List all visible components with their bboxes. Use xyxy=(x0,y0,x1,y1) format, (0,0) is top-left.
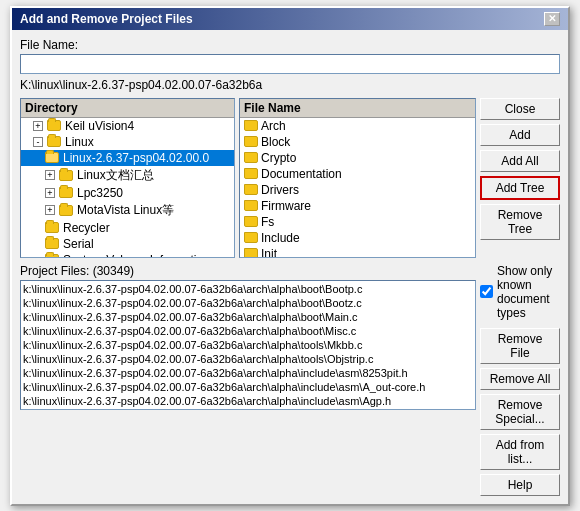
list-item[interactable]: k:\linux\linux-2.6.37-psp04.02.00.07-6a3… xyxy=(23,324,473,338)
directory-panel[interactable]: Directory + Keil uVision4 - Linux Linux-… xyxy=(20,98,235,258)
list-item[interactable]: k:\linux\linux-2.6.37-psp04.02.00.07-6a3… xyxy=(23,338,473,352)
dir-icon-fs xyxy=(244,216,258,227)
path-text: K:\linux\linux-2.6.37-psp04.02.00.07-6a3… xyxy=(20,78,560,92)
file-name-input[interactable] xyxy=(20,54,560,74)
tree-label-serial: Serial xyxy=(63,237,94,251)
list-item[interactable]: k:\linux\linux-2.6.37-psp04.02.00.07-6a3… xyxy=(23,380,473,394)
add-tree-button[interactable]: Add Tree xyxy=(480,176,560,200)
file-name-header: File Name xyxy=(240,99,475,118)
show-known-label: Show only known document types xyxy=(497,264,560,320)
remove-file-button[interactable]: Remove File xyxy=(480,328,560,364)
tree-label-linux-docs: Linux文档汇总 xyxy=(77,167,154,184)
list-item[interactable]: k:\linux\linux-2.6.37-psp04.02.00.07-6a3… xyxy=(23,296,473,310)
file-label-init: Init xyxy=(261,247,277,258)
list-item[interactable]: k:\linux\linux-2.6.37-psp04.02.00.07-6a3… xyxy=(23,394,473,408)
folder-icon-linux-docs xyxy=(59,170,73,181)
file-label-documentation: Documentation xyxy=(261,167,342,181)
folder-icon-keil xyxy=(47,120,61,131)
tree-label-keil: Keil uVision4 xyxy=(65,119,134,133)
dialog-title: Add and Remove Project Files xyxy=(20,12,193,26)
buttons-col: Close Add Add All Add Tree Remove Tree xyxy=(480,98,560,258)
file-label-firmware: Firmware xyxy=(261,199,311,213)
folder-icon-motavista xyxy=(59,205,73,216)
file-name-label: File Name: xyxy=(20,38,560,52)
tree-item-linux-2637[interactable]: Linux-2.6.37-psp04.02.00.0 xyxy=(21,150,234,166)
tree-item-motavista[interactable]: + MotaVista Linux等 xyxy=(21,201,234,220)
file-item-block[interactable]: Block xyxy=(240,134,475,150)
project-files-header: Project Files: (30349) xyxy=(20,264,476,278)
help-button[interactable]: Help xyxy=(480,474,560,496)
list-item[interactable]: k:\linux\linux-2.6.37-psp04.02.00.07-6a3… xyxy=(23,352,473,366)
list-item[interactable]: k:\linux\linux-2.6.37-psp04.02.00.07-6a3… xyxy=(23,282,473,296)
file-name-panel[interactable]: File Name Arch Block Crypto Documentatio… xyxy=(239,98,476,258)
project-files-list[interactable]: k:\linux\linux-2.6.37-psp04.02.00.07-6a3… xyxy=(20,280,476,410)
expander-lpc3250[interactable]: + xyxy=(45,188,55,198)
file-label-drivers: Drivers xyxy=(261,183,299,197)
tree-item-system-vol[interactable]: System Volume Information xyxy=(21,252,234,258)
file-label-fs: Fs xyxy=(261,215,274,229)
tree-label-recycler: Recycler xyxy=(63,221,110,235)
tree-item-linux[interactable]: - Linux xyxy=(21,134,234,150)
title-bar: Add and Remove Project Files ✕ xyxy=(12,8,568,30)
add-all-button[interactable]: Add All xyxy=(480,150,560,172)
add-button[interactable]: Add xyxy=(480,124,560,146)
tree-item-linux-docs[interactable]: + Linux文档汇总 xyxy=(21,166,234,185)
expander-motavista[interactable]: + xyxy=(45,205,55,215)
file-item-arch[interactable]: Arch xyxy=(240,118,475,134)
add-from-list-button[interactable]: Add from list... xyxy=(480,434,560,470)
tree-label-linux: Linux xyxy=(65,135,94,149)
remove-tree-button[interactable]: Remove Tree xyxy=(480,204,560,240)
folder-icon-lpc3250 xyxy=(59,187,73,198)
bottom-left: Project Files: (30349) k:\linux\linux-2.… xyxy=(20,264,476,410)
list-item[interactable]: k:\linux\linux-2.6.37-psp04.02.00.07-6a3… xyxy=(23,408,473,410)
show-known-checkbox[interactable] xyxy=(480,285,493,298)
file-item-include[interactable]: Include xyxy=(240,230,475,246)
file-item-init[interactable]: Init xyxy=(240,246,475,258)
file-item-firmware[interactable]: Firmware xyxy=(240,198,475,214)
file-label-block: Block xyxy=(261,135,290,149)
list-item[interactable]: k:\linux\linux-2.6.37-psp04.02.00.07-6a3… xyxy=(23,310,473,324)
tree-item-lpc3250[interactable]: + Lpc3250 xyxy=(21,185,234,201)
tree-label-lpc3250: Lpc3250 xyxy=(77,186,123,200)
dir-icon-init xyxy=(244,248,258,258)
panels-row: Directory + Keil uVision4 - Linux Linux-… xyxy=(20,98,560,258)
dir-icon-crypto xyxy=(244,152,258,163)
folder-icon-recycler xyxy=(45,222,59,233)
dir-icon-include xyxy=(244,232,258,243)
directory-header: Directory xyxy=(21,99,234,118)
file-item-fs[interactable]: Fs xyxy=(240,214,475,230)
expander-keil[interactable]: + xyxy=(33,121,43,131)
bottom-right: Show only known document types Remove Fi… xyxy=(480,264,560,496)
dir-icon-documentation xyxy=(244,168,258,179)
expander-linux-docs[interactable]: + xyxy=(45,170,55,180)
dir-icon-arch xyxy=(244,120,258,131)
file-item-documentation[interactable]: Documentation xyxy=(240,166,475,182)
tree-item-serial[interactable]: Serial xyxy=(21,236,234,252)
checkbox-row: Show only known document types xyxy=(480,264,560,320)
tree-item-recycler[interactable]: Recycler xyxy=(21,220,234,236)
folder-icon-serial xyxy=(45,238,59,249)
file-label-arch: Arch xyxy=(261,119,286,133)
tree-label-motavista: MotaVista Linux等 xyxy=(77,202,174,219)
bottom-row: Project Files: (30349) k:\linux\linux-2.… xyxy=(20,264,560,496)
folder-icon-linux xyxy=(47,136,61,147)
file-item-drivers[interactable]: Drivers xyxy=(240,182,475,198)
file-label-crypto: Crypto xyxy=(261,151,296,165)
list-item[interactable]: k:\linux\linux-2.6.37-psp04.02.00.07-6a3… xyxy=(23,366,473,380)
dialog: Add and Remove Project Files ✕ File Name… xyxy=(10,6,570,506)
remove-all-button[interactable]: Remove All xyxy=(480,368,560,390)
dir-icon-firmware xyxy=(244,200,258,211)
remove-special-button[interactable]: Remove Special... xyxy=(480,394,560,430)
close-button[interactable]: Close xyxy=(480,98,560,120)
tree-label-system-vol: System Volume Information xyxy=(63,253,210,258)
tree-item-keil[interactable]: + Keil uVision4 xyxy=(21,118,234,134)
dialog-body: File Name: K:\linux\linux-2.6.37-psp04.0… xyxy=(12,30,568,504)
close-x-button[interactable]: ✕ xyxy=(544,12,560,26)
file-item-crypto[interactable]: Crypto xyxy=(240,150,475,166)
folder-icon-linux-2637 xyxy=(45,152,59,163)
expander-linux[interactable]: - xyxy=(33,137,43,147)
dir-icon-drivers xyxy=(244,184,258,195)
folder-icon-system-vol xyxy=(45,254,59,258)
dir-icon-block xyxy=(244,136,258,147)
file-label-include: Include xyxy=(261,231,300,245)
